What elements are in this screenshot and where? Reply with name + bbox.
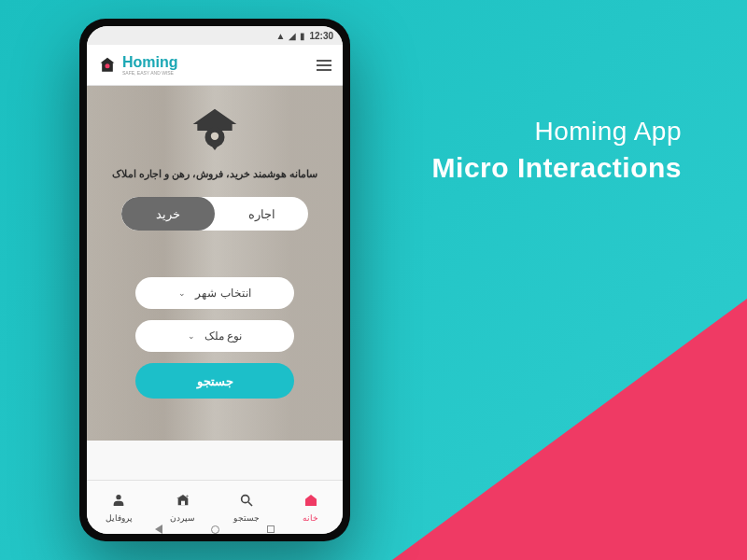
- chevron-down-icon: ⌄: [188, 331, 195, 341]
- wifi-icon: ▲: [276, 31, 286, 41]
- buy-rent-toggle: خرید اجاره: [121, 197, 308, 231]
- decorative-triangle: [392, 299, 747, 560]
- menu-icon[interactable]: [317, 60, 331, 71]
- hero-tagline: سامانه هوشمند خرید، فروش، رهن و اجاره ام…: [112, 168, 317, 180]
- select-city-dropdown[interactable]: انتخاب شهر ⌄: [135, 277, 294, 309]
- svg-point-2: [211, 133, 218, 140]
- phone-screen: ▲ ◢ ▮ 12:30 Homing SAFE, EASY AND WISE: [87, 26, 343, 534]
- svg-text:+: +: [185, 493, 189, 498]
- hero-logo-icon: [189, 105, 241, 161]
- property-type-dropdown[interactable]: نوع ملک ⌄: [135, 320, 294, 352]
- nav-profile[interactable]: پروفایل: [87, 481, 151, 534]
- svg-point-6: [242, 495, 249, 502]
- android-back-icon[interactable]: [154, 525, 163, 534]
- svg-rect-4: [181, 500, 185, 505]
- property-type-label: نوع ملک: [204, 329, 242, 343]
- nav-home-label: خانه: [303, 513, 318, 523]
- android-recents-icon[interactable]: [266, 525, 275, 534]
- battery-icon: ▮: [300, 31, 305, 41]
- status-time: 12:30: [309, 31, 333, 41]
- android-home-icon[interactable]: [210, 525, 219, 534]
- toggle-rent-label: اجاره: [248, 207, 275, 221]
- brand-name: Homing: [122, 54, 178, 71]
- nav-profile-label: پروفایل: [106, 513, 133, 523]
- search-icon: [239, 493, 254, 511]
- android-status-bar: ▲ ◢ ▮ 12:30: [87, 26, 343, 45]
- deposit-icon: +: [176, 493, 190, 511]
- phone-frame: ▲ ◢ ▮ 12:30 Homing SAFE, EASY AND WISE: [79, 19, 350, 541]
- android-nav-bar: [154, 525, 275, 534]
- headline-line1: Homing App: [432, 117, 682, 147]
- brand-subtitle: SAFE, EASY AND WISE: [122, 71, 178, 76]
- svg-point-3: [117, 495, 121, 499]
- select-city-label: انتخاب شهر: [195, 287, 250, 300]
- nav-home[interactable]: خانه: [279, 481, 344, 534]
- toggle-rent[interactable]: اجاره: [215, 197, 308, 231]
- brand-logo-icon: [98, 56, 117, 75]
- search-button-label: جستجو: [197, 374, 233, 388]
- app-header: Homing SAFE, EASY AND WISE: [87, 45, 343, 86]
- brand[interactable]: Homing SAFE, EASY AND WISE: [98, 54, 178, 76]
- nav-search-label: جستجو: [233, 513, 260, 523]
- nav-deposit-label: سپردن: [170, 513, 195, 523]
- home-icon: [303, 493, 318, 511]
- search-button[interactable]: جستجو: [135, 363, 294, 399]
- hero-section: سامانه هوشمند خرید، فروش، رهن و اجاره ام…: [87, 86, 343, 441]
- chevron-down-icon: ⌄: [178, 288, 186, 298]
- toggle-buy[interactable]: خرید: [121, 197, 215, 231]
- svg-line-7: [248, 502, 252, 506]
- toggle-buy-label: خرید: [156, 207, 180, 221]
- headline: Homing App Micro Interactions: [432, 117, 682, 184]
- headline-line2: Micro Interactions: [432, 152, 682, 184]
- svg-point-0: [106, 63, 110, 68]
- signal-icon: ◢: [289, 31, 296, 41]
- profile-icon: [111, 493, 126, 511]
